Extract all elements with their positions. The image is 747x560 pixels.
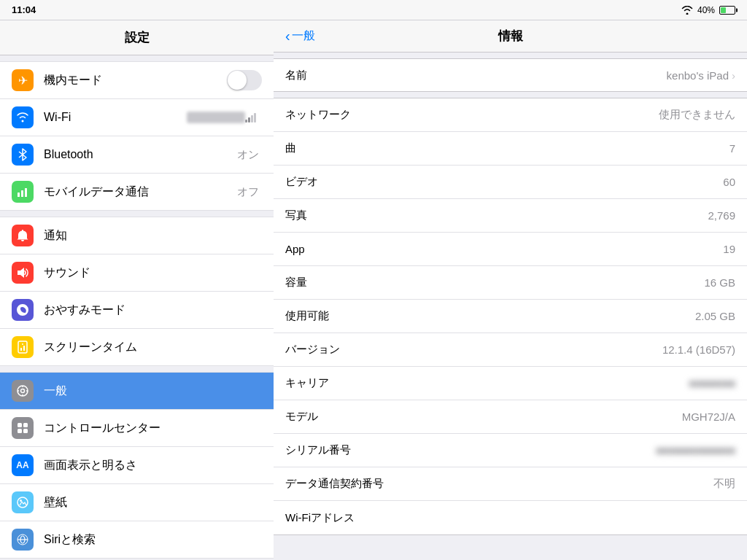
status-bar: 11:04 40%: [0, 0, 747, 20]
cellular-value: オフ: [237, 185, 259, 199]
sound-icon: [12, 262, 34, 284]
general-icon: [12, 380, 34, 402]
airplane-icon: ✈: [12, 69, 34, 91]
sidebar-item-wallpaper[interactable]: 壁紙: [0, 484, 274, 521]
songs-value: 7: [729, 142, 735, 155]
wifi-label: Wi-Fi: [44, 111, 187, 124]
siri-label: Siriと検索: [44, 532, 262, 548]
controlcenter-icon: [12, 417, 34, 439]
model-label: モデル: [285, 410, 682, 424]
sidebar-item-display[interactable]: AA 画面表示と明るさ: [0, 447, 274, 484]
svg-rect-17: [18, 429, 22, 433]
siri-icon: [12, 529, 34, 551]
general-label: 一般: [44, 384, 262, 399]
model-value: MGH72J/A: [682, 411, 735, 423]
info-row-iccid: データ通信契約番号 不明: [274, 467, 747, 501]
info-row-model: モデル MGH72J/A: [274, 400, 747, 434]
right-panel-title: 情報: [344, 28, 677, 44]
svg-rect-5: [18, 341, 27, 353]
back-label: 一般: [292, 28, 315, 44]
sidebar-item-notification[interactable]: 通知: [0, 217, 274, 254]
battery-icon: [719, 6, 735, 15]
svg-rect-7: [23, 346, 25, 351]
photos-value: 2,769: [708, 209, 735, 222]
carrier-label: キャリア: [285, 376, 689, 390]
toggle-knob: [228, 71, 247, 90]
sidebar-header: 設定: [0, 20, 274, 55]
sidebar-item-general[interactable]: 一般: [0, 372, 274, 410]
donotdisturb-label: おやすみモード: [44, 303, 262, 318]
airplane-label: 機内モード: [44, 73, 227, 88]
back-chevron-icon: ‹: [285, 28, 290, 44]
sidebar-item-sound[interactable]: サウンド: [0, 254, 274, 292]
status-icons: 40%: [681, 5, 735, 15]
svg-rect-6: [20, 348, 22, 351]
available-label: 使用可能: [285, 309, 695, 323]
info-section-main: ネットワーク 使用できません 曲 7 ビデオ 60 写真 2,769 App: [274, 98, 747, 535]
sidebar-item-controlcenter[interactable]: コントロールセンター: [0, 410, 274, 447]
version-label: バージョン: [285, 343, 662, 357]
serial-label: シリアル番号: [285, 443, 656, 457]
info-row-version: バージョン 12.1.4 (16D57): [274, 333, 747, 367]
airplane-toggle[interactable]: [227, 70, 262, 90]
back-button[interactable]: ‹ 一般: [285, 28, 344, 44]
iccid-label: データ通信契約番号: [285, 477, 713, 491]
wifi-address-label: Wi-Fiアドレス: [285, 511, 735, 525]
wifi-network-name: [187, 112, 245, 123]
svg-rect-16: [23, 423, 28, 427]
sidebar-section-notifications: 通知 サウンド おやすみモード: [0, 217, 274, 366]
sidebar: 設定 ✈ 機内モード Wi-Fi: [0, 20, 274, 560]
info-row-songs: 曲 7: [274, 132, 747, 166]
right-panel: ‹ 一般 情報 名前 kenbo's iPad › ネットワーク 使用できません…: [274, 20, 747, 560]
wallpaper-label: 壁紙: [44, 495, 262, 510]
carrier-value: ■■■■■■■: [689, 377, 735, 389]
info-row-photos: 写真 2,769: [274, 199, 747, 233]
iccid-value: 不明: [713, 477, 735, 491]
donotdisturb-icon: [12, 299, 34, 321]
status-time: 11:04: [12, 4, 36, 15]
network-value: 使用できません: [659, 108, 735, 122]
sidebar-section-system: 一般 コントロールセンター AA 画面表示と明るさ: [0, 372, 274, 559]
bluetooth-label: Bluetooth: [44, 148, 237, 161]
wifi-signal-icon: [245, 112, 256, 122]
svg-rect-4: [25, 188, 27, 197]
apps-value: 19: [723, 243, 735, 255]
wallpaper-icon: [12, 491, 34, 513]
name-value: kenbo's iPad: [667, 69, 729, 82]
display-label: 画面表示と明るさ: [44, 458, 262, 473]
sidebar-item-siri[interactable]: Siriと検索: [0, 521, 274, 559]
info-list: 名前 kenbo's iPad › ネットワーク 使用できません 曲 7 ビデオ…: [274, 52, 747, 560]
sidebar-item-airplane[interactable]: ✈ 機内モード: [0, 61, 274, 99]
videos-label: ビデオ: [285, 175, 723, 189]
bluetooth-icon: [12, 144, 34, 166]
name-chevron-icon: ›: [732, 69, 735, 82]
available-value: 2.05 GB: [695, 310, 735, 322]
notification-icon: [12, 225, 34, 246]
info-row-videos: ビデオ 60: [274, 166, 747, 199]
info-row-name[interactable]: 名前 kenbo's iPad ›: [274, 58, 747, 92]
sidebar-item-bluetooth[interactable]: Bluetooth オン: [0, 136, 274, 174]
sidebar-item-wifi[interactable]: Wi-Fi: [0, 99, 274, 136]
cellular-label: モバイルデータ通信: [44, 184, 237, 200]
sidebar-item-donotdisturb[interactable]: おやすみモード: [0, 292, 274, 329]
songs-label: 曲: [285, 141, 729, 155]
serial-value: ■■■■■■■■■■■■: [656, 444, 735, 456]
info-row-wifi-address: Wi-Fiアドレス: [274, 501, 747, 534]
svg-point-10: [21, 389, 25, 393]
display-icon: AA: [12, 454, 34, 476]
capacity-value: 16 GB: [704, 276, 735, 289]
svg-point-20: [20, 499, 22, 502]
info-row-network: ネットワーク 使用できません: [274, 98, 747, 132]
screentime-label: スクリーンタイム: [44, 340, 262, 355]
info-row-available: 使用可能 2.05 GB: [274, 300, 747, 333]
screentime-icon: [12, 336, 34, 358]
battery-percentage: 40%: [697, 5, 715, 15]
sidebar-item-cellular[interactable]: モバイルデータ通信 オフ: [0, 174, 274, 211]
sidebar-item-screentime[interactable]: スクリーンタイム: [0, 329, 274, 366]
info-row-serial: シリアル番号 ■■■■■■■■■■■■: [274, 434, 747, 467]
capacity-label: 容量: [285, 276, 704, 289]
right-header: ‹ 一般 情報: [274, 20, 747, 52]
network-label: ネットワーク: [285, 108, 659, 122]
photos-label: 写真: [285, 209, 708, 222]
svg-point-9: [18, 386, 28, 396]
